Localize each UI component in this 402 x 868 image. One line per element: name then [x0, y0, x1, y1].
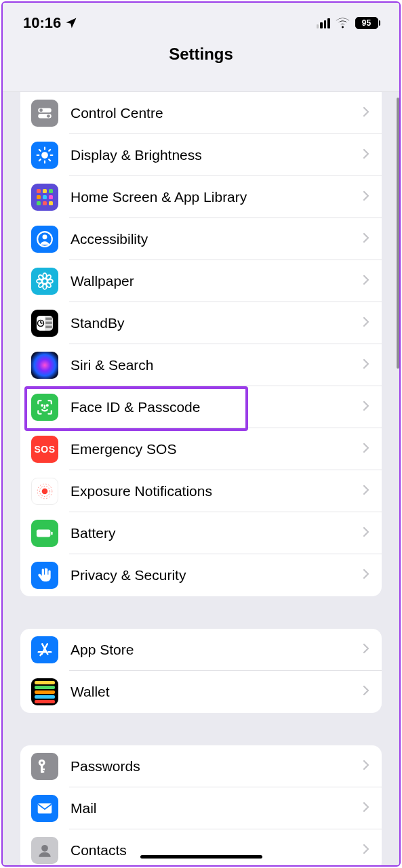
chevron-right-icon	[363, 526, 369, 540]
status-time: 10:16	[23, 14, 61, 32]
settings-row-siri[interactable]: Siri & Search	[20, 344, 382, 386]
grid-icon	[31, 184, 58, 211]
flower-icon	[31, 268, 58, 295]
battery-percent: 95	[362, 18, 371, 28]
settings-row-control-centre[interactable]: Control Centre	[20, 92, 382, 134]
settings-row-label: Face ID & Passcode	[71, 399, 363, 415]
nav-header: Settings	[3, 43, 399, 92]
chevron-right-icon	[363, 802, 369, 815]
faceid-icon	[31, 394, 58, 421]
person-circle-icon	[31, 226, 58, 253]
svg-point-32	[42, 489, 48, 495]
svg-point-31	[47, 405, 48, 406]
settings-row-label: Control Centre	[71, 105, 363, 121]
settings-row-label: StandBy	[71, 315, 363, 331]
settings-row-battery[interactable]: Battery	[20, 512, 382, 554]
settings-row-label: Exposure Notifications	[71, 483, 363, 499]
svg-line-11	[39, 159, 41, 161]
battery-indicator: 95	[355, 17, 381, 29]
chevron-right-icon	[363, 106, 369, 120]
settings-group-accounts: PasswordsMailContacts	[20, 745, 382, 865]
chevron-right-icon	[363, 190, 369, 204]
settings-row-label: Battery	[71, 525, 363, 541]
settings-row-wallet[interactable]: Wallet	[20, 671, 382, 713]
settings-row-label: Display & Brightness	[71, 147, 363, 163]
scrollbar[interactable]	[397, 98, 399, 369]
status-bar: 10:16 95	[3, 3, 399, 43]
settings-row-label: Home Screen & App Library	[71, 189, 363, 205]
settings-row-label: Wallet	[71, 684, 363, 700]
svg-rect-46	[42, 771, 45, 772]
settings-row-exposure[interactable]: Exposure Notifications	[20, 470, 382, 512]
svg-rect-47	[38, 803, 52, 813]
settings-row-label: Emergency SOS	[71, 441, 363, 457]
cellular-signal-icon	[317, 18, 330, 28]
svg-line-41	[41, 654, 41, 655]
svg-point-48	[41, 845, 48, 852]
settings-row-contacts[interactable]: Contacts	[20, 829, 382, 865]
settings-list[interactable]: Control CentreDisplay & BrightnessHome S…	[3, 92, 399, 865]
settings-row-home-screen[interactable]: Home Screen & App Library	[20, 176, 382, 218]
svg-line-12	[49, 150, 50, 151]
settings-row-label: Siri & Search	[71, 357, 363, 373]
svg-rect-35	[37, 529, 50, 537]
siri-icon	[31, 352, 58, 379]
settings-row-passwords[interactable]: Passwords	[20, 745, 382, 787]
settings-row-mail[interactable]: Mail	[20, 787, 382, 829]
chevron-right-icon	[363, 148, 369, 162]
page-title: Settings	[169, 45, 233, 64]
battery-icon	[31, 520, 58, 547]
svg-rect-28	[45, 322, 52, 325]
settings-row-standby[interactable]: StandBy	[20, 302, 382, 344]
svg-point-3	[47, 115, 50, 118]
mail-icon	[31, 795, 58, 822]
settings-group-store: App StoreWallet	[20, 629, 382, 713]
sun-icon	[31, 142, 58, 169]
settings-row-faceid[interactable]: Face ID & Passcode	[20, 386, 382, 428]
svg-line-10	[49, 159, 50, 161]
standby-icon	[31, 310, 58, 337]
wallet-icon	[31, 678, 58, 705]
svg-rect-36	[51, 532, 52, 535]
svg-rect-27	[45, 318, 52, 321]
settings-row-privacy[interactable]: Privacy & Security	[20, 554, 382, 596]
chevron-right-icon	[363, 844, 369, 857]
location-icon	[65, 17, 77, 29]
chevron-right-icon	[363, 760, 369, 773]
settings-row-sos[interactable]: SOSEmergency SOS	[20, 428, 382, 470]
toggles-icon	[31, 100, 58, 127]
key-icon	[31, 753, 58, 780]
settings-row-wallpaper[interactable]: Wallpaper	[20, 260, 382, 302]
sos-icon: SOS	[31, 436, 58, 463]
chevron-right-icon	[363, 358, 369, 372]
svg-point-14	[43, 234, 47, 239]
chevron-right-icon	[363, 643, 369, 657]
chevron-right-icon	[363, 274, 369, 288]
settings-row-label: Privacy & Security	[71, 567, 363, 583]
settings-group-general: Control CentreDisplay & BrightnessHome S…	[20, 92, 382, 596]
settings-row-label: Passwords	[71, 758, 363, 774]
svg-point-1	[39, 108, 43, 112]
svg-point-30	[41, 405, 43, 406]
svg-point-4	[41, 152, 48, 159]
svg-rect-45	[42, 768, 45, 770]
settings-row-display[interactable]: Display & Brightness	[20, 134, 382, 176]
settings-row-label: Mail	[71, 800, 363, 817]
svg-line-9	[39, 150, 41, 151]
svg-point-43	[41, 762, 43, 764]
hand-icon	[31, 562, 58, 589]
settings-row-label: Wallpaper	[71, 273, 363, 289]
settings-row-appstore[interactable]: App Store	[20, 629, 382, 671]
settings-row-label: Accessibility	[71, 231, 363, 247]
chevron-right-icon	[363, 316, 369, 330]
appstore-icon	[31, 636, 58, 663]
settings-row-accessibility[interactable]: Accessibility	[20, 218, 382, 260]
settings-row-label: App Store	[71, 642, 363, 658]
chevron-right-icon	[363, 232, 369, 246]
chevron-right-icon	[363, 685, 369, 699]
contacts-icon	[31, 837, 58, 864]
home-indicator[interactable]	[140, 855, 262, 859]
chevron-right-icon	[363, 400, 369, 414]
svg-rect-29	[45, 326, 52, 329]
wifi-icon	[336, 18, 350, 28]
